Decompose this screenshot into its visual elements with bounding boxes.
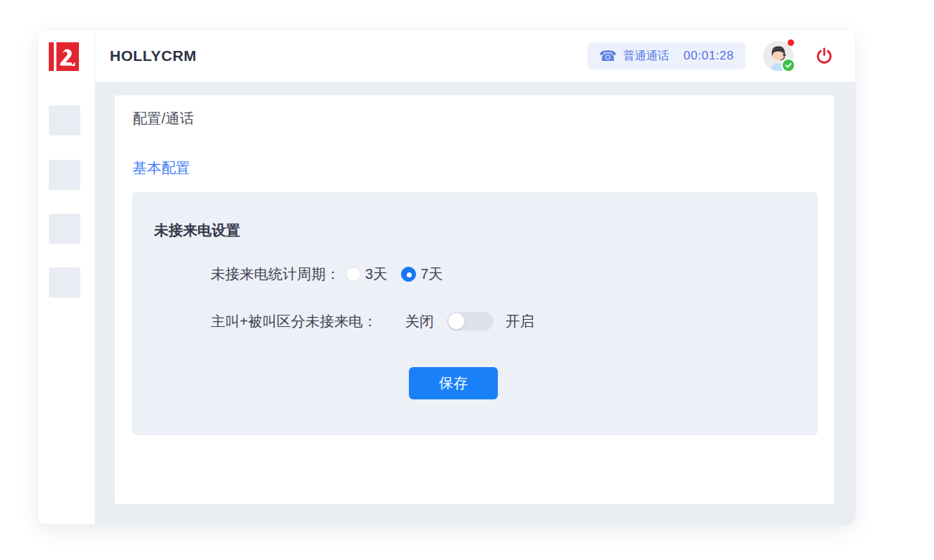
radio-option-7-days[interactable]: 7天 — [401, 265, 443, 284]
section-title: 未接来电设置 — [154, 221, 240, 240]
call-type-label: 普通通话 — [623, 49, 669, 64]
logout-power-icon[interactable] — [815, 47, 834, 65]
radio-circle-checked[interactable] — [401, 267, 416, 282]
toggle-on-label: 开启 — [506, 312, 534, 331]
app-title: HOLLYCRM — [110, 47, 197, 65]
top-header: HOLLYCRM ☎ 普通通话 00:01:28 — [95, 30, 855, 82]
call-timer: 00:01:28 — [684, 49, 734, 63]
phone-icon: ☎ — [599, 49, 617, 63]
radio-label-3-days: 3天 — [365, 265, 387, 284]
toggle-knob[interactable] — [448, 313, 464, 329]
radio-circle-unchecked[interactable] — [346, 267, 361, 282]
toggle-off-label: 关闭 — [405, 312, 434, 331]
sidebar-item-placeholder-3[interactable] — [49, 214, 80, 244]
missed-call-period-row: 未接来电统计周期： 3天 7天 — [211, 264, 443, 284]
sidebar — [38, 30, 95, 524]
save-button[interactable]: 保存 — [409, 367, 498, 399]
app-window: HOLLYCRM ☎ 普通通话 00:01:28 — [38, 30, 855, 524]
sidebar-item-placeholder-2[interactable] — [49, 160, 80, 190]
content-panel: 配置/通话 基本配置 未接来电设置 未接来电统计周期： 3天 7天 主 — [115, 95, 834, 504]
distinguish-toggle-switch[interactable] — [447, 312, 494, 331]
radio-label-7-days: 7天 — [420, 265, 443, 284]
sidebar-item-placeholder-1[interactable] — [49, 105, 80, 136]
notification-dot — [788, 39, 794, 46]
breadcrumb: 配置/通话 — [133, 109, 194, 128]
online-status-check-icon — [781, 58, 796, 72]
sidebar-item-placeholder-4[interactable] — [49, 267, 80, 298]
user-avatar[interactable] — [763, 41, 793, 71]
tab-basic-config[interactable]: 基本配置 — [133, 158, 190, 178]
radio-option-3-days[interactable]: 3天 — [346, 265, 387, 284]
brand-logo-svg — [49, 42, 79, 71]
call-status-badge[interactable]: ☎ 普通通话 00:01:28 — [588, 42, 745, 70]
missed-call-settings-box: 未接来电设置 未接来电统计周期： 3天 7天 主叫+被叫区分未接来电： 关闭 — [132, 192, 818, 435]
brand-logo-icon[interactable] — [49, 42, 79, 71]
missed-call-period-label: 未接来电统计周期： — [211, 265, 340, 284]
caller-callee-distinguish-row: 主叫+被叫区分未接来电： 关闭 开启 — [211, 311, 534, 331]
main-area: 配置/通话 基本配置 未接来电设置 未接来电统计周期： 3天 7天 主 — [95, 82, 855, 524]
header-right-group: ☎ 普通通话 00:01:28 — [588, 41, 834, 71]
caller-callee-distinguish-label: 主叫+被叫区分未接来电： — [211, 312, 377, 331]
